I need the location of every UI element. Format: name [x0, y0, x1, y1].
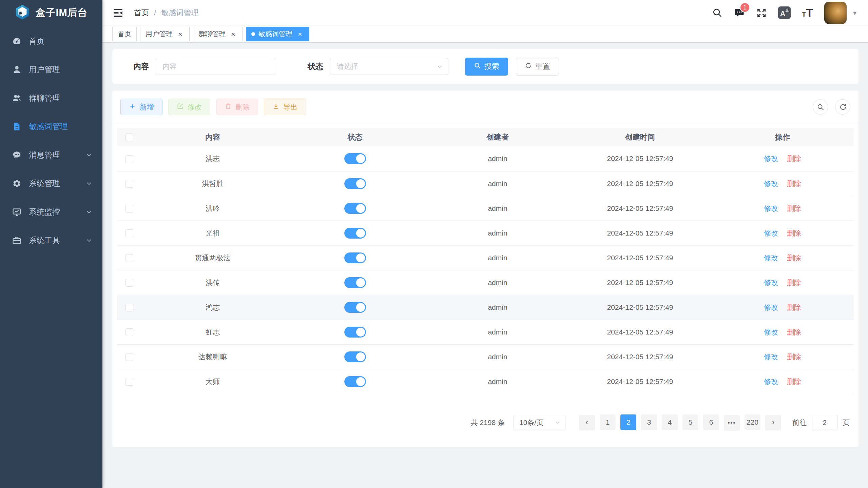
- page-button[interactable]: 220: [745, 414, 760, 430]
- tab-group-chat-management[interactable]: 群聊管理×: [193, 27, 243, 41]
- close-icon[interactable]: ×: [296, 30, 304, 38]
- close-icon[interactable]: ×: [176, 30, 184, 38]
- row-edit-link[interactable]: 修改: [764, 229, 778, 237]
- table-row: 贯通两极法admin2024-12-05 12:57:49修改删除: [117, 245, 854, 270]
- sidebar-item-home[interactable]: 首页: [0, 27, 102, 55]
- fullscreen-icon[interactable]: [756, 7, 767, 18]
- row-edit-link[interactable]: 修改: [764, 328, 778, 336]
- reset-button[interactable]: 重置: [516, 58, 559, 76]
- cell-creator: admin: [426, 270, 569, 295]
- total-count: 共 2198 条: [471, 418, 505, 427]
- status-toggle[interactable]: [344, 327, 366, 338]
- row-edit-link[interactable]: 修改: [764, 279, 778, 286]
- breadcrumb-home[interactable]: 首页: [134, 8, 149, 18]
- status-toggle[interactable]: [344, 252, 366, 263]
- row-delete-link[interactable]: 删除: [787, 204, 801, 212]
- row-delete-link[interactable]: 删除: [787, 279, 801, 286]
- language-icon[interactable]: A 文: [778, 6, 791, 19]
- row-edit-link[interactable]: 修改: [764, 204, 778, 212]
- search-button[interactable]: 搜索: [465, 58, 508, 76]
- status-toggle[interactable]: [344, 277, 366, 288]
- row-checkbox[interactable]: [126, 155, 133, 163]
- avatar[interactable]: [824, 2, 847, 24]
- toolbox-icon: [12, 235, 22, 245]
- content-input[interactable]: [156, 58, 275, 75]
- page-button[interactable]: 4: [662, 414, 678, 430]
- row-edit-link[interactable]: 修改: [764, 254, 778, 262]
- row-edit-link[interactable]: 修改: [764, 155, 778, 162]
- prev-page-button[interactable]: ‹: [579, 415, 595, 430]
- main-area: 首页 / 敏感词管理 1: [102, 0, 868, 488]
- select-all-checkbox[interactable]: [126, 134, 133, 141]
- status-toggle[interactable]: [344, 178, 366, 189]
- sidebar-item-system-monitor[interactable]: 系统监控: [0, 198, 102, 226]
- page-ellipsis-button[interactable]: •••: [724, 415, 740, 431]
- close-icon[interactable]: ×: [229, 30, 237, 38]
- refresh-icon: [525, 62, 532, 71]
- status-toggle[interactable]: [344, 203, 366, 214]
- row-checkbox[interactable]: [126, 353, 133, 361]
- status-label: 状态: [308, 61, 323, 72]
- row-checkbox[interactable]: [126, 328, 133, 336]
- next-page-button[interactable]: ›: [765, 415, 781, 430]
- row-checkbox[interactable]: [126, 304, 133, 311]
- sidebar-item-system-management[interactable]: 系统管理: [0, 169, 102, 198]
- export-button[interactable]: 导出: [264, 99, 306, 115]
- tab-home[interactable]: 首页: [112, 27, 137, 41]
- row-delete-link[interactable]: 删除: [787, 353, 801, 361]
- search-icon[interactable]: [712, 7, 722, 18]
- page-size-select[interactable]: 10条/页: [514, 415, 565, 430]
- table-row: 虹志admin2024-12-05 12:57:49修改删除: [117, 320, 854, 344]
- row-delete-link[interactable]: 删除: [787, 254, 801, 262]
- sidebar-item-sensitive-words[interactable]: 敏感词管理: [0, 112, 102, 141]
- refresh-table-icon[interactable]: [835, 99, 850, 115]
- page-button[interactable]: 6: [703, 414, 719, 430]
- table-toolbar: 新增 修改 删除: [112, 90, 859, 123]
- row-delete-link[interactable]: 删除: [787, 328, 801, 336]
- status-toggle[interactable]: [344, 228, 366, 239]
- status-toggle[interactable]: [344, 302, 366, 313]
- sidebar-item-user-management[interactable]: 用户管理: [0, 55, 102, 84]
- row-delete-link[interactable]: 删除: [787, 378, 801, 385]
- edit-button[interactable]: 修改: [168, 99, 210, 115]
- sidebar-item-system-tools[interactable]: 系统工具: [0, 226, 102, 255]
- row-delete-link[interactable]: 删除: [787, 180, 801, 187]
- delete-button[interactable]: 删除: [216, 99, 258, 115]
- page-button[interactable]: 1: [600, 414, 616, 430]
- page-button[interactable]: 3: [641, 414, 657, 430]
- row-checkbox[interactable]: [126, 254, 133, 262]
- sidebar-item-group-chat-management[interactable]: 群聊管理: [0, 84, 102, 112]
- row-checkbox[interactable]: [126, 229, 133, 237]
- show-search-icon[interactable]: [813, 99, 828, 115]
- row-delete-link[interactable]: 删除: [787, 303, 801, 311]
- row-delete-link[interactable]: 删除: [787, 229, 801, 237]
- tab-sensitive-words[interactable]: 敏感词管理×: [246, 27, 309, 41]
- row-edit-link[interactable]: 修改: [764, 180, 778, 187]
- row-checkbox[interactable]: [126, 180, 133, 188]
- app-title: 盒子IM后台: [35, 6, 88, 20]
- status-toggle[interactable]: [344, 376, 366, 387]
- breadcrumb: 首页 / 敏感词管理: [134, 8, 198, 18]
- chevron-down-icon: [86, 152, 92, 158]
- goto-page-input[interactable]: [812, 415, 837, 430]
- message-icon[interactable]: 1: [734, 7, 745, 18]
- font-size-icon[interactable]: TT: [802, 8, 813, 18]
- row-edit-link[interactable]: 修改: [764, 378, 778, 385]
- tab-user-management[interactable]: 用户管理×: [140, 27, 190, 41]
- row-checkbox[interactable]: [126, 279, 133, 287]
- row-edit-link[interactable]: 修改: [764, 303, 778, 311]
- row-checkbox[interactable]: [126, 378, 133, 386]
- status-toggle[interactable]: [344, 153, 366, 164]
- sidebar-collapse-icon[interactable]: [112, 7, 124, 19]
- page-button[interactable]: 5: [682, 414, 698, 430]
- row-edit-link[interactable]: 修改: [764, 353, 778, 361]
- status-toggle[interactable]: [344, 351, 366, 362]
- app-logo[interactable]: 盒子IM后台: [0, 0, 102, 25]
- row-checkbox[interactable]: [126, 205, 133, 212]
- row-delete-link[interactable]: 删除: [787, 155, 801, 162]
- sidebar-item-message-management[interactable]: 消息管理: [0, 141, 102, 169]
- add-button[interactable]: 新增: [120, 99, 162, 115]
- caret-down-icon[interactable]: ▾: [853, 9, 856, 17]
- page-button[interactable]: 2: [620, 414, 636, 430]
- status-select[interactable]: 请选择: [330, 58, 448, 75]
